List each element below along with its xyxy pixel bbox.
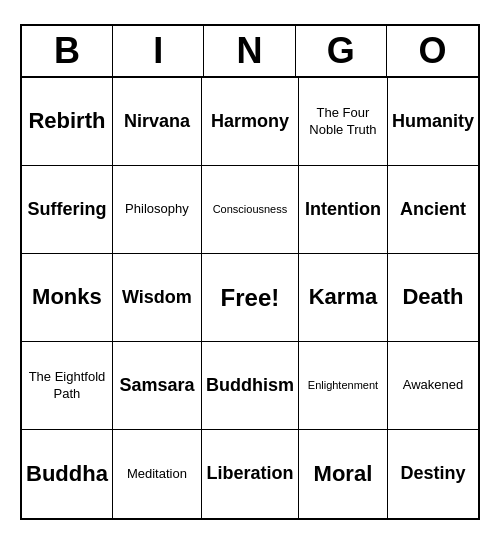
header-letter-o: O (387, 26, 478, 76)
bingo-cell-23: Moral (299, 430, 388, 518)
bingo-cell-13: Karma (299, 254, 388, 342)
bingo-cell-12: Free! (202, 254, 299, 342)
bingo-cell-2: Harmony (202, 78, 299, 166)
bingo-cell-3: The Four Noble Truth (299, 78, 388, 166)
bingo-cell-17: Buddhism (202, 342, 299, 430)
bingo-cell-22: Liberation (202, 430, 299, 518)
bingo-cell-1: Nirvana (113, 78, 202, 166)
bingo-cell-24: Destiny (388, 430, 478, 518)
bingo-cell-5: Suffering (22, 166, 113, 254)
bingo-cell-7: Consciousness (202, 166, 299, 254)
bingo-cell-11: Wisdom (113, 254, 202, 342)
bingo-cell-9: Ancient (388, 166, 478, 254)
bingo-grid: RebirthNirvanaHarmonyThe Four Noble Trut… (22, 78, 478, 518)
bingo-cell-14: Death (388, 254, 478, 342)
bingo-cell-20: Buddha (22, 430, 113, 518)
bingo-cell-8: Intention (299, 166, 388, 254)
bingo-cell-21: Meditation (113, 430, 202, 518)
header-letter-b: B (22, 26, 113, 76)
bingo-cell-19: Awakened (388, 342, 478, 430)
header-letter-g: G (296, 26, 387, 76)
bingo-card: BINGO RebirthNirvanaHarmonyThe Four Nobl… (20, 24, 480, 520)
header-letter-n: N (204, 26, 295, 76)
header-letter-i: I (113, 26, 204, 76)
bingo-cell-18: Enlightenment (299, 342, 388, 430)
bingo-cell-16: Samsara (113, 342, 202, 430)
bingo-cell-10: Monks (22, 254, 113, 342)
bingo-cell-0: Rebirth (22, 78, 113, 166)
bingo-cell-15: The Eightfold Path (22, 342, 113, 430)
bingo-header: BINGO (22, 26, 478, 78)
bingo-cell-6: Philosophy (113, 166, 202, 254)
bingo-cell-4: Humanity (388, 78, 478, 166)
